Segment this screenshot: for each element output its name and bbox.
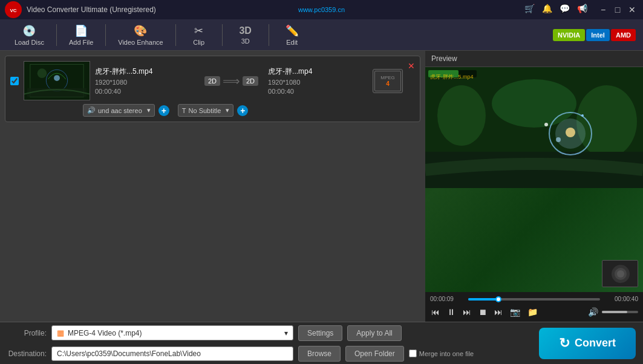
convert-label: Convert [575,337,616,349]
subtitle-dropdown-icon: ▾ [226,106,229,114]
topbar-icon-1: 🛒 [524,4,535,16]
next-frame-button[interactable]: ⏭ [493,306,504,318]
file-checkbox[interactable] [10,77,19,85]
toolbar-video-enhance[interactable]: 🎨 Video Enhance [111,22,170,48]
convert-icon: ↻ [559,336,570,351]
folder-button[interactable]: 📁 [526,306,539,318]
toolbar-load-disc-label: Load Disc [15,39,44,46]
subtitle-icon: T [182,107,186,114]
file-item: 虎牙-胖炸...5.mp4 1920*1080 00:00:40 2D ⟹ 2D… [5,56,420,122]
open-folder-button[interactable]: Open Folder [345,346,404,362]
seek-bar[interactable] [468,298,600,301]
svg-point-7 [54,75,60,81]
maximize-button[interactable]: □ [612,4,624,16]
file-name-left: 虎牙-胖炸...5.mp4 [95,67,195,77]
browse-button[interactable]: Browse [298,346,341,362]
audio-track-value: und aac stereo [98,107,142,114]
amd-button[interactable]: AMD [611,29,636,41]
thumb-inner [24,62,90,100]
time-start: 00:00:09 [430,296,463,302]
toolbar-clip-label: Clip [193,39,204,46]
close-button[interactable]: ✕ [626,4,638,16]
toolbar-sep-4 [222,24,223,46]
screenshot-button[interactable]: 📷 [509,306,521,318]
merge-checkbox[interactable] [409,349,417,357]
intel-button[interactable]: Intel [586,29,610,41]
badge-2d-left: 2D [204,76,220,86]
toolbar-load-disc[interactable]: 💿 Load Disc [7,22,51,48]
ctrl-row: ⏮ ⏸ ⏭ ⏹ ⏭ 📷 📁 🔊 [430,306,638,318]
toolbar-3d[interactable]: 3D 3D [227,23,264,47]
toolbar-add-file[interactable]: 📄 Add File [62,22,100,48]
format-label-small: MPEG [380,75,395,80]
add-subtitle-button[interactable]: + [237,105,248,116]
clip-icon: ✂ [194,24,203,37]
toolbar-sep-3 [175,24,176,46]
load-disc-icon: 💿 [22,24,36,37]
svg-point-10 [437,85,486,146]
arrow-right-icon: ⟹ [223,74,240,88]
toolbar-edit-label: Edit [286,39,298,46]
toolbar: 💿 Load Disc 📄 Add File 🎨 Video Enhance ✂… [0,19,643,51]
seek-progress [468,298,498,301]
3d-icon: 3D [239,25,251,36]
main-container: 虎牙-胖炸...5.mp4 1920*1080 00:00:40 2D ⟹ 2D… [0,51,643,322]
stop-button[interactable]: ⏹ [477,306,488,318]
preview-header: Preview [425,51,643,67]
settings-button[interactable]: Settings [298,325,342,341]
file-name-right: 虎牙-胖...mp4 [268,67,368,77]
badge-2d-right: 2D [243,76,258,86]
svg-point-18 [556,137,561,142]
svg-point-17 [581,114,584,117]
file-duration-left: 00:00:40 [95,88,195,95]
audio-track-select[interactable]: 🔊 und aac stereo ▾ [83,104,155,117]
window-controls: 🛒 🔔 💬 📢 − □ ✕ [524,4,638,16]
time-end: 00:00:40 [605,296,638,302]
volume-area: 🔊 [587,306,638,318]
add-file-icon: 📄 [74,24,88,37]
preview-mini-cam [602,260,638,287]
topbar-icon-3: 💬 [560,4,570,16]
minimize-button[interactable]: − [597,4,609,16]
volume-fill [602,311,627,313]
skip-forward-button[interactable]: ⏭ [462,306,472,318]
profile-select[interactable]: ▦ MPEG-4 Video (*.mp4) ▾ [51,325,293,340]
gpu-buttons: NVIDIA Intel AMD [553,29,636,41]
volume-button[interactable]: 🔊 [587,306,599,318]
video-background: 虎牙-胖炸...5.mp4 [425,67,643,292]
profile-label: Profile: [7,329,47,337]
app-logo: VC [5,1,22,18]
toolbar-edit[interactable]: ✏️ Edit [274,22,310,48]
merge-check-label[interactable]: Merge into one file [409,349,474,357]
svg-point-21 [566,128,575,137]
add-audio-button[interactable]: + [158,105,169,116]
pause-button[interactable]: ⏸ [446,306,457,318]
arrow-area: 2D ⟹ 2D [200,74,263,88]
format-badge: MPEG 4 [373,69,403,93]
toolbar-sep-1 [56,24,57,46]
subtitle-select[interactable]: T No Subtitle ▾ [178,104,234,117]
preview-video: 虎牙-胖炸...5.mp4 [425,67,643,292]
toolbar-add-file-label: Add File [69,39,93,46]
file-info-right: 虎牙-胖...mp4 1920*1080 00:00:40 [268,67,368,95]
file-resolution-right: 1920*1080 [268,79,368,86]
profile-dropdown-icon: ▾ [284,329,288,337]
apply-to-all-button[interactable]: Apply to All [347,325,401,341]
toolbar-clip[interactable]: ✂ Clip [181,22,217,48]
svg-point-11 [576,85,637,158]
convert-button[interactable]: ↻ Convert [539,328,636,359]
merge-label: Merge into one file [419,350,474,357]
nvidia-button[interactable]: NVIDIA [553,29,585,41]
topbar-icon-4: 📢 [577,4,587,16]
left-panel: 虎牙-胖炸...5.mp4 1920*1080 00:00:40 2D ⟹ 2D… [0,51,425,322]
file-info-left: 虎牙-胖炸...5.mp4 1920*1080 00:00:40 [95,67,195,95]
destination-input[interactable] [51,346,293,361]
close-file-button[interactable]: ✕ [408,61,415,71]
file-resolution-left: 1920*1080 [95,79,195,86]
svg-text:VC: VC [10,8,16,13]
toolbar-sep-2 [105,24,106,46]
volume-bar[interactable] [602,311,638,313]
title-bar: VC Video Converter Ultimate (Unregistere… [0,0,643,19]
format-label-main: 4 [386,80,390,87]
skip-back-button[interactable]: ⏮ [430,306,441,318]
